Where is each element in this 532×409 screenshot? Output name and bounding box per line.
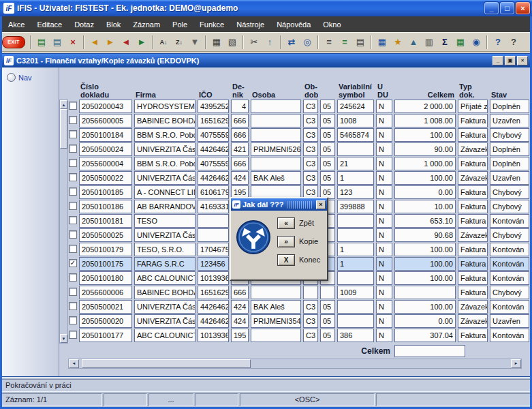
cell-denik[interactable]: 424 xyxy=(231,314,249,328)
cell-firma[interactable]: TESO xyxy=(134,214,195,228)
cell-denik[interactable]: 666 xyxy=(231,128,249,142)
cell-firma[interactable]: BABINEC BOHDAN MUDr xyxy=(134,286,195,299)
cell-cislo[interactable]: 2050500021 xyxy=(79,300,132,314)
cell-cislo[interactable]: 2050100179 xyxy=(79,243,132,256)
cell-udu[interactable]: N xyxy=(376,314,392,328)
cell-varsym[interactable] xyxy=(337,142,374,156)
list-detail-icon[interactable]: ≡ xyxy=(322,35,337,50)
form-close-button[interactable]: × xyxy=(517,56,528,65)
open-module-icon[interactable]: ▤ xyxy=(34,35,49,50)
favorites-icon[interactable]: ★ xyxy=(390,35,405,50)
cell-varsym[interactable]: 1 xyxy=(337,243,374,256)
cell-ico[interactable]: 40755592 xyxy=(198,157,229,170)
cell-celkem[interactable]: 0.00 xyxy=(394,185,456,199)
cell-firma[interactable]: TESO, S.R.O. xyxy=(134,243,195,256)
cell-ico[interactable]: 43952521 xyxy=(198,100,229,113)
cell-osoba[interactable] xyxy=(251,114,301,127)
cell-obd2[interactable]: 05 xyxy=(320,314,335,328)
cell-cislo[interactable]: 2050200043 xyxy=(79,100,132,113)
cell-firma[interactable]: UNIVERZITA Část: EkF xyxy=(134,228,195,242)
cell-cislo[interactable]: 2050100184 xyxy=(79,128,132,142)
table-row-6[interactable]: 2050500022UNIVERZITA Část: EkF4426462342… xyxy=(69,171,530,185)
cell-obd1[interactable]: C3 xyxy=(303,300,318,314)
cell-obd1[interactable]: C3 xyxy=(303,114,318,127)
cell-denik[interactable]: 666 xyxy=(231,286,249,299)
cell-stav[interactable]: Chybový xyxy=(490,228,529,242)
cell-celkem[interactable]: 10.00 xyxy=(394,200,456,213)
cell-udu[interactable]: N xyxy=(376,214,392,228)
cell-osoba[interactable] xyxy=(251,286,301,299)
cell-ico[interactable]: 41693314 xyxy=(198,200,229,213)
row-checkbox[interactable] xyxy=(69,202,77,210)
window-grid-icon[interactable]: ▦ xyxy=(375,35,390,50)
transfer-icon[interactable]: ⇄ xyxy=(284,35,299,50)
cell-ico[interactable] xyxy=(198,214,229,228)
cell-celkem[interactable]: 1 008.00 xyxy=(394,114,456,127)
cell-typ[interactable]: Faktura xyxy=(458,214,488,228)
dialog-titlebar[interactable]: iF Jak dál ??? × xyxy=(231,198,327,211)
cell-obd2[interactable] xyxy=(320,286,335,299)
row-checkbox[interactable] xyxy=(69,102,77,110)
cell-varsym[interactable] xyxy=(337,314,374,328)
cell-celkem[interactable]: 90.68 xyxy=(394,228,456,242)
row-checkbox[interactable]: ✓ xyxy=(69,259,77,267)
vertical-scroll-thumb[interactable] xyxy=(60,109,67,149)
columns-icon[interactable]: ▥ xyxy=(422,35,437,50)
send-icon[interactable]: ↑ xyxy=(262,35,277,50)
cell-obd1[interactable]: C3 xyxy=(303,314,318,328)
cell-ico[interactable]: 44264623 xyxy=(198,300,229,314)
cell-cislo[interactable]: 2050500024 xyxy=(79,142,132,156)
row-checkbox[interactable] xyxy=(69,230,77,239)
cell-typ[interactable]: Faktura xyxy=(458,157,488,170)
cell-celkem[interactable]: 100.00 xyxy=(394,243,456,256)
cell-ico[interactable]: 61061794 xyxy=(198,185,229,199)
cell-denik[interactable]: 421 xyxy=(231,142,249,156)
cell-udu[interactable]: N xyxy=(376,185,392,199)
import-red-icon[interactable]: ◄ xyxy=(119,35,134,50)
cell-varsym[interactable]: 1 xyxy=(337,257,374,271)
table-row-4[interactable]: 2050500024UNIVERZITA Část: EkF4426462342… xyxy=(69,142,530,156)
cell-udu[interactable]: N xyxy=(376,157,392,170)
cell-udu[interactable]: N xyxy=(376,329,392,342)
cell-firma[interactable]: UNIVERZITA Část: EkF xyxy=(134,300,195,314)
cell-varsym[interactable]: 1 xyxy=(337,171,374,185)
cell-typ[interactable]: Faktura xyxy=(458,257,488,271)
cell-firma[interactable]: HYDROSYSTEM S.R.O. xyxy=(134,100,195,113)
cell-udu[interactable]: N xyxy=(376,142,392,156)
cell-varsym[interactable]: 386 xyxy=(337,329,374,342)
cell-cislo[interactable]: 2050100180 xyxy=(79,271,132,285)
scroll-left-button[interactable]: ◄ xyxy=(69,359,79,368)
cell-udu[interactable]: N xyxy=(376,200,392,213)
table-row-3[interactable]: 2050100184BBM S.R.O. Pobočka Pra40755592… xyxy=(69,128,530,142)
menu-item-blok[interactable]: Blok xyxy=(100,18,127,31)
cell-denik[interactable]: 424 xyxy=(231,171,249,185)
cell-ico[interactable]: 44264623 xyxy=(198,314,229,328)
copy-button[interactable]: » xyxy=(277,236,295,247)
cell-cislo[interactable]: 2050500025 xyxy=(79,228,132,242)
cell-stav[interactable]: Kontován xyxy=(490,214,529,228)
cell-stav[interactable]: Kontován xyxy=(490,257,529,271)
cell-ico[interactable]: 10139362 xyxy=(198,329,229,342)
cell-varsym[interactable]: 1008 xyxy=(337,114,374,127)
cell-stav[interactable]: Chybový xyxy=(490,200,529,213)
titlebar[interactable]: iF iFIS - Uživatel: FISTEST - Ek. jednot… xyxy=(0,0,532,16)
close-button[interactable]: × xyxy=(516,2,530,14)
cell-stav[interactable]: Kontován xyxy=(490,300,529,314)
cell-obd2[interactable]: 05 xyxy=(320,142,335,156)
cell-osoba[interactable]: BAK Aleš xyxy=(251,300,301,314)
context-help-icon[interactable]: ? xyxy=(506,35,521,50)
cell-varsym[interactable] xyxy=(337,271,374,285)
cell-osoba[interactable] xyxy=(251,329,301,342)
cell-firma[interactable]: BABINEC BOHDAN MUDr xyxy=(134,114,195,127)
cell-udu[interactable]: N xyxy=(376,243,392,256)
cell-celkem[interactable]: 653.10 xyxy=(394,214,456,228)
cell-varsym[interactable] xyxy=(337,228,374,242)
cell-typ[interactable]: Závazek xyxy=(458,228,488,242)
cell-ico[interactable]: 44264623 xyxy=(198,142,229,156)
cell-varsym[interactable]: 399888 xyxy=(337,200,374,213)
cell-osoba[interactable] xyxy=(251,100,301,113)
cell-firma[interactable]: BBM S.R.O. Pobočka Pra xyxy=(134,128,195,142)
minimize-button[interactable]: _ xyxy=(484,2,499,14)
cell-celkem[interactable]: 100.00 xyxy=(394,300,456,314)
table-row-2[interactable]: 2056600005BABINEC BOHDAN MUDr16516290666… xyxy=(69,114,530,127)
